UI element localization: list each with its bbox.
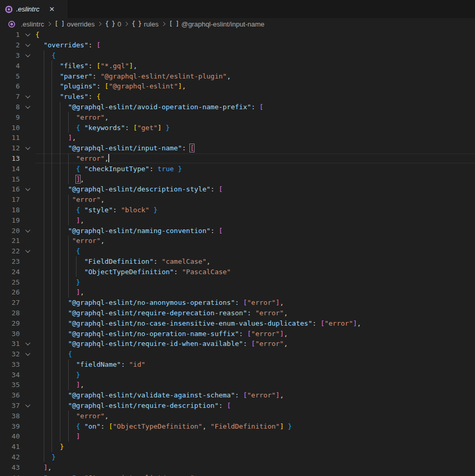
code-line-content[interactable]: "error", — [35, 410, 475, 421]
breadcrumb-item--graphql-eslint-input-name[interactable]: [ ]@graphql-eslint/input-name — [169, 20, 265, 28]
code-line-content[interactable]: "@graphql-eslint/naming-convention": [ — [35, 225, 475, 236]
code-line-content[interactable]: "@graphql-eslint/no-operation-name-suffi… — [35, 328, 475, 339]
code-line-content[interactable]: "@graphql-eslint/require-deprecation-rea… — [35, 308, 475, 318]
code-line-content[interactable]: "error", — [35, 236, 475, 246]
breadcrumb-item-0[interactable]: { }0 — [105, 20, 121, 28]
code-line: 12 "@graphql-eslint/input-name": [ — [0, 143, 475, 153]
fold-chevron-icon[interactable] — [25, 145, 30, 150]
code-line-content[interactable]: "fieldName": "id" — [35, 359, 475, 370]
code-line-content[interactable]: "error", — [35, 112, 475, 122]
code-line-content[interactable]: { — [35, 349, 475, 359]
breadcrumb-item-overrides[interactable]: [ ]overrides — [55, 20, 95, 28]
fold-chevron-icon[interactable] — [25, 32, 30, 37]
line-number: 21 — [0, 237, 20, 245]
code-line-content[interactable]: ], — [35, 380, 475, 390]
indent-guide — [44, 442, 44, 452]
code-line-content[interactable]: "@graphql-eslint/no-anonymous-operations… — [35, 298, 475, 308]
indent-guide — [60, 143, 60, 153]
indent-guide — [52, 287, 52, 298]
chevron-right-icon — [124, 22, 128, 26]
code-text: "error", — [35, 412, 109, 420]
code-line-content[interactable]: "@graphql-eslint/input-name": [ — [35, 143, 475, 153]
line-number: 15 — [0, 175, 20, 183]
gutter: 40 — [0, 431, 35, 442]
fold-chevron-icon[interactable] — [25, 52, 30, 57]
indent-guide — [52, 143, 52, 153]
editor[interactable]: 1{2 "overrides": [3 {4 "files": ["*.gql"… — [0, 30, 475, 476]
code-line-content[interactable]: } — [35, 277, 475, 287]
gutter: 43 — [0, 462, 35, 472]
indent-guide — [44, 122, 44, 133]
code-line-content[interactable]: "@graphql-eslint/avoid-operation-name-pr… — [35, 102, 475, 112]
code-line-content[interactable]: ], — [35, 215, 475, 225]
fold-chevron-icon[interactable] — [25, 227, 30, 233]
indent-guide — [68, 277, 69, 287]
code-line: 25 } — [0, 277, 475, 287]
code-line-content[interactable]: "@graphql-eslint/require-description": [ — [35, 401, 475, 411]
tab-eslintrc[interactable]: .eslintrc × — [0, 0, 68, 18]
code-line: 35 ], — [0, 380, 475, 390]
text-cursor — [108, 154, 109, 162]
indent-guide — [44, 369, 44, 380]
code-line-content[interactable]: } — [35, 452, 475, 462]
code-line-content[interactable]: "parser": "@graphql-eslint/eslint-plugin… — [35, 71, 475, 81]
fold-chevron-icon[interactable] — [25, 42, 30, 47]
fold-chevron-icon[interactable] — [25, 104, 30, 109]
breadcrumb-item--eslintrc[interactable]: .eslintrc — [8, 20, 44, 28]
code-line-content[interactable]: "@graphql-eslint/no-case-insensitive-enu… — [35, 318, 475, 328]
fold-chevron-icon[interactable] — [25, 402, 30, 407]
code-line-content[interactable]: { "on": ["ObjectTypeDefinition", "FieldD… — [35, 421, 475, 431]
code-line-content[interactable]: "@graphql-eslint/validate-against-schema… — [35, 390, 475, 401]
gutter: 12 — [0, 143, 35, 153]
gutter: 29 — [0, 318, 35, 328]
code-line-content[interactable]: "FieldDefinition": "camelCase", — [35, 256, 475, 267]
code-line-content[interactable]: "@graphql-eslint/description-style": [ — [35, 184, 475, 195]
indent-guide — [44, 112, 44, 122]
code-line-content[interactable]: } — [35, 442, 475, 452]
code-line-content[interactable]: ], — [35, 174, 475, 184]
code-line-content[interactable]: { "keywords": ["get"] } — [35, 122, 475, 133]
code-line-content[interactable]: "plugins": ["@graphql-eslint"], — [35, 81, 475, 92]
code-line-content[interactable]: "error", — [35, 153, 475, 164]
code-line-content[interactable]: { "checkInputType": true } — [35, 163, 475, 174]
fold-chevron-icon[interactable] — [25, 186, 30, 191]
code-line-content[interactable]: ], — [35, 133, 475, 143]
code-line-content[interactable]: ] — [35, 431, 475, 442]
code-line-content[interactable]: "error", — [35, 195, 475, 205]
code-line-content[interactable]: } — [35, 369, 475, 380]
code-line-content[interactable]: { — [35, 30, 475, 40]
gutter: 19 — [0, 215, 35, 225]
code-line-content[interactable]: ], — [35, 462, 475, 472]
symbol-array-icon: [ ] — [169, 20, 179, 28]
code-line-content[interactable]: "rules": { — [35, 92, 475, 102]
indent-guide — [44, 277, 44, 287]
indent-guide — [44, 163, 44, 174]
code-line-content[interactable]: { — [35, 50, 475, 61]
fold-chevron-icon[interactable] — [25, 93, 30, 98]
fold-chevron-icon[interactable] — [25, 351, 30, 356]
indent-guide — [52, 442, 52, 452]
indent-guide — [52, 308, 52, 318]
indent-guide — [60, 318, 60, 328]
code-line-content[interactable]: ], — [35, 287, 475, 298]
code-line-content[interactable]: "overrides": [ — [35, 40, 475, 50]
code-line-content[interactable]: "@graphql-eslint/require-id-when-availab… — [35, 339, 475, 349]
line-number: 9 — [0, 113, 20, 121]
code-line-content[interactable]: "files": ["*.gql"], — [35, 60, 475, 71]
line-number: 43 — [0, 464, 20, 471]
chevron-right-icon — [97, 22, 101, 26]
close-icon[interactable]: × — [49, 5, 55, 14]
code-line-content[interactable]: { "style": "block" } — [35, 205, 475, 215]
gutter: 31 — [0, 339, 35, 349]
code-line-content[interactable]: "parser": "@typescript-eslint/parser" — [35, 472, 475, 476]
gutter: 4 — [0, 60, 35, 71]
indent-guide — [44, 81, 44, 92]
fold-chevron-icon[interactable] — [25, 248, 30, 253]
code-text: "@graphql-eslint/no-operation-name-suffi… — [35, 330, 288, 338]
code-line-content[interactable]: "ObjectTypeDefinition": "PascalCase" — [35, 266, 475, 277]
breadcrumb-item-rules[interactable]: { }rules — [132, 20, 159, 28]
code-line-content[interactable]: { — [35, 246, 475, 256]
indent-guide — [44, 195, 44, 205]
gutter: 38 — [0, 410, 35, 421]
fold-chevron-icon[interactable] — [25, 340, 30, 345]
